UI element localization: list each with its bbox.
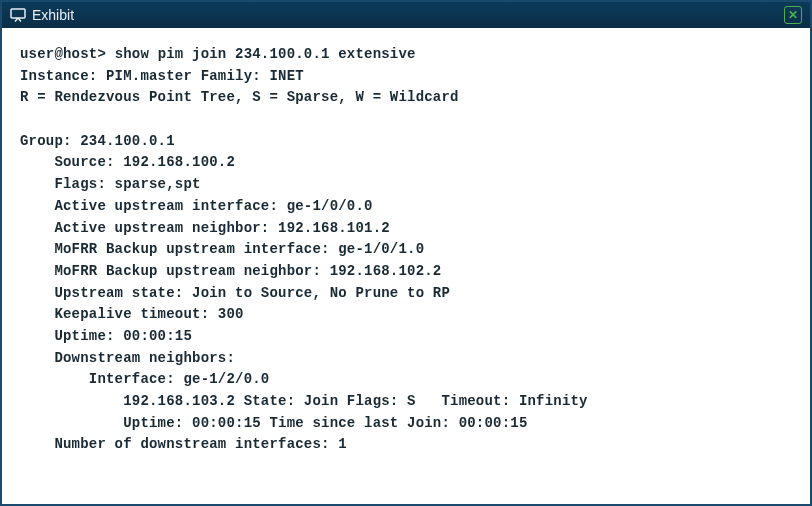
cmd-text: show pim join 234.100.0.1 extensive [115, 46, 416, 62]
instance-line: Instance: PIM.master Family: INET [20, 68, 304, 84]
exhibit-window: Exhibit ✕ user@host> show pim join 234.1… [0, 0, 812, 506]
ds-count-line: Number of downstream interfaces: 1 [20, 436, 347, 452]
close-button[interactable]: ✕ [784, 6, 802, 24]
active-nbr-line: Active upstream neighbor: 192.168.101.2 [20, 220, 390, 236]
legend-line: R = Rendezvous Point Tree, S = Sparse, W… [20, 89, 459, 105]
presentation-icon [10, 8, 26, 22]
terminal-output: user@host> show pim join 234.100.0.1 ext… [2, 28, 810, 504]
active-if-line: Active upstream interface: ge-1/0/0.0 [20, 198, 373, 214]
upstate-line: Upstream state: Join to Source, No Prune… [20, 285, 450, 301]
ds-detail1: 192.168.103.2 State: Join Flags: S Timeo… [20, 393, 588, 409]
close-icon: ✕ [788, 8, 798, 22]
svg-rect-0 [11, 9, 25, 18]
window-title: Exhibit [32, 7, 784, 23]
ds-header-line: Downstream neighbors: [20, 350, 235, 366]
source-line: Source: 192.168.100.2 [20, 154, 235, 170]
titlebar: Exhibit ✕ [2, 2, 810, 28]
mofrr-nbr-line: MoFRR Backup upstream neighbor: 192.168.… [20, 263, 441, 279]
cmd-prompt: user@host> [20, 46, 115, 62]
ds-detail2: Uptime: 00:00:15 Time since last Join: 0… [20, 415, 527, 431]
flags-line: Flags: sparse,spt [20, 176, 201, 192]
ds-if-line: Interface: ge-1/2/0.0 [20, 371, 269, 387]
keepalive-line: Keepalive timeout: 300 [20, 306, 244, 322]
mofrr-if-line: MoFRR Backup upstream interface: ge-1/0/… [20, 241, 424, 257]
group-line: Group: 234.100.0.1 [20, 133, 175, 149]
uptime-line: Uptime: 00:00:15 [20, 328, 192, 344]
